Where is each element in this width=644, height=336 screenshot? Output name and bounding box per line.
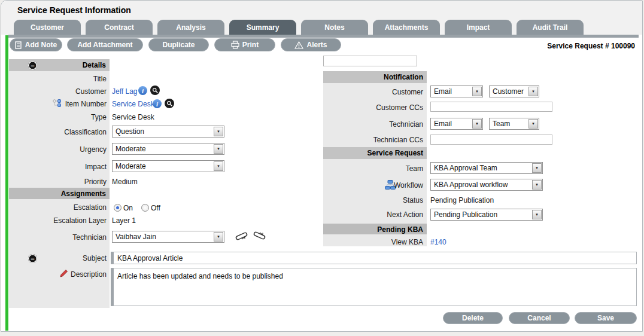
customer-method-value: Email — [434, 87, 452, 96]
cancel-button[interactable]: Cancel — [509, 312, 570, 324]
escalation-on-label: On — [123, 204, 133, 212]
pending-kba-section-header: Pending KBA — [323, 224, 427, 234]
chevron-down-icon: ▼ — [472, 119, 482, 129]
customer-target-select[interactable]: Customer ▼ — [489, 85, 539, 97]
technician-method-select[interactable]: Email ▼ — [430, 118, 483, 130]
customer-ccs-label: Customer CCs — [323, 103, 423, 112]
chevron-down-icon: ▼ — [472, 87, 482, 96]
team-value: KBA Approval Team — [434, 164, 497, 172]
status-value: Pending Publication — [430, 196, 494, 204]
technician-target-select[interactable]: Team ▼ — [489, 118, 539, 130]
note-icon — [15, 41, 22, 49]
next-action-select[interactable]: Pending Publication ▼ — [430, 209, 543, 221]
assignments-section-header: Assignments — [9, 188, 110, 199]
team-select[interactable]: KBA Approval Team ▼ — [430, 162, 543, 174]
save-button[interactable]: Save — [575, 312, 637, 324]
technician-select[interactable]: Vaibhav Jain ▼ — [112, 231, 224, 243]
classification-value: Question — [116, 127, 144, 136]
item-search-icon[interactable] — [165, 99, 174, 108]
urgency-select[interactable]: Moderate ▼ — [112, 143, 224, 155]
add-attachment-button[interactable]: Add Attachment — [67, 38, 143, 51]
title-label: Title — [1, 75, 107, 83]
collapse-details-button[interactable]: − — [28, 61, 37, 70]
add-note-button[interactable]: Add Note — [10, 38, 62, 51]
tab-bar: Customer Contract Analysis Summary Notes… — [14, 20, 584, 35]
escalation-layer-value: Layer 1 — [112, 216, 136, 225]
subject-label: Subject — [1, 254, 107, 262]
chevron-down-icon: ▼ — [214, 127, 223, 136]
tab-customer[interactable]: Customer — [14, 20, 81, 35]
tab-impact[interactable]: Impact — [445, 20, 512, 35]
chevron-down-icon: ▼ — [528, 119, 538, 129]
view-kba-link[interactable]: #140 — [430, 238, 446, 246]
printer-icon — [231, 41, 239, 49]
workflow-label: Workflow — [323, 181, 423, 190]
service-request-window: Service Request Information Customer Con… — [1, 0, 643, 332]
print-button[interactable]: Print — [214, 38, 275, 51]
priority-value: Medium — [112, 178, 138, 186]
item-number-label: Item Number — [1, 100, 107, 108]
impact-select[interactable]: Moderate ▼ — [112, 160, 224, 172]
delete-button[interactable]: Delete — [443, 312, 503, 324]
escalation-on-radio[interactable] — [114, 204, 121, 212]
notification-section-header: Notification — [323, 71, 427, 83]
subject-input[interactable] — [111, 252, 637, 264]
description-textarea[interactable]: Article has been updated and needs to be… — [111, 268, 637, 306]
deescalate-icon[interactable] — [253, 230, 267, 242]
delete-label: Delete — [462, 314, 484, 322]
chevron-down-icon: ▼ — [532, 180, 542, 190]
urgency-label: Urgency — [1, 145, 107, 154]
type-label: Type — [1, 113, 107, 121]
tab-attachments[interactable]: Attachments — [373, 20, 440, 35]
escalation-label: Escalation — [1, 203, 107, 212]
view-kba-label: View KBA — [323, 238, 423, 246]
technician-value: Vaibhav Jain — [116, 233, 156, 241]
escalation-off-label: Off — [151, 204, 160, 212]
escalate-icon[interactable] — [235, 230, 249, 242]
notification-top-input[interactable] — [323, 56, 417, 66]
team-label: Team — [323, 164, 423, 173]
escalation-layer-label: Escalation Layer — [1, 216, 107, 225]
customer-info-icon[interactable]: i — [138, 86, 147, 95]
item-info-icon[interactable]: i — [153, 99, 162, 108]
tab-analysis[interactable]: Analysis — [157, 20, 224, 35]
chevron-down-icon: ▼ — [528, 87, 538, 96]
workflow-value: KBA Approval workflow — [434, 181, 508, 189]
escalation-off-radio[interactable] — [141, 204, 149, 212]
technician-label: Technician — [1, 233, 107, 242]
urgency-value: Moderate — [116, 145, 146, 153]
chevron-down-icon: ▼ — [532, 163, 542, 173]
customer-method-select[interactable]: Email ▼ — [430, 85, 483, 97]
notify-customer-label: Customer — [323, 88, 423, 96]
cancel-label: Cancel — [527, 314, 551, 322]
impact-value: Moderate — [116, 162, 146, 170]
tab-contract[interactable]: Contract — [86, 20, 153, 35]
tab-audit-trail[interactable]: Audit Trail — [517, 20, 584, 35]
classification-select[interactable]: Question ▼ — [112, 126, 224, 138]
description-label: Description — [1, 270, 107, 279]
tab-notes[interactable]: Notes — [301, 20, 368, 35]
add-attachment-label: Add Attachment — [77, 41, 132, 49]
save-label: Save — [597, 314, 614, 322]
add-note-label: Add Note — [25, 41, 57, 49]
alerts-button[interactable]: Alerts — [281, 38, 341, 51]
next-action-label: Next Action — [323, 210, 423, 219]
workflow-select[interactable]: KBA Approval workflow ▼ — [430, 179, 543, 191]
technician-ccs-input[interactable] — [430, 135, 552, 145]
next-action-value: Pending Publication — [434, 210, 497, 219]
print-label: Print — [242, 41, 259, 49]
priority-label: Priority — [1, 178, 107, 186]
customer-ccs-input[interactable] — [430, 102, 552, 112]
customer-link[interactable]: Jeff Lag — [112, 87, 137, 96]
chevron-down-icon: ▼ — [532, 210, 542, 219]
status-label: Status — [323, 196, 423, 204]
chevron-down-icon: ▼ — [214, 232, 223, 242]
duplicate-button[interactable]: Duplicate — [148, 38, 209, 51]
classification-label: Classification — [1, 128, 107, 136]
tab-summary[interactable]: Summary — [229, 20, 296, 35]
duplicate-label: Duplicate — [162, 41, 195, 49]
customer-search-icon[interactable] — [150, 85, 160, 95]
page-title: Service Request Information — [17, 5, 131, 15]
item-number-link[interactable]: Service Desk — [112, 100, 154, 108]
technician-method-value: Email — [434, 120, 452, 128]
